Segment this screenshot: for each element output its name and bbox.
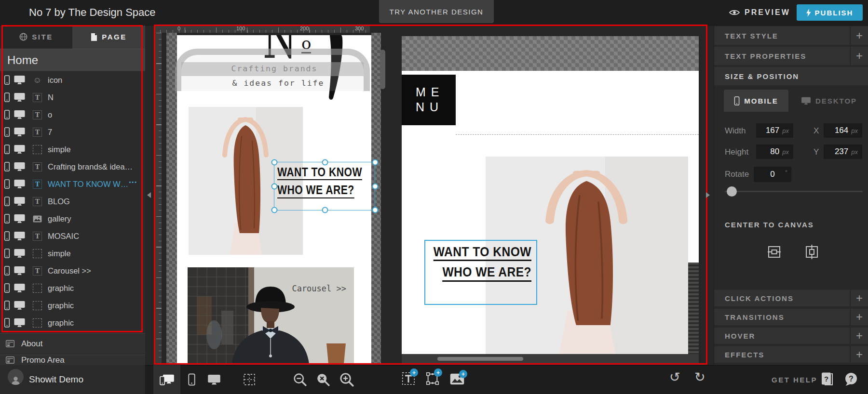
resize-handle-e[interactable] xyxy=(372,184,379,190)
mobile-visibility-icon[interactable] xyxy=(4,318,10,328)
sidebar-section-promo-area[interactable]: Promo Area xyxy=(0,355,145,365)
mobile-visibility-icon[interactable] xyxy=(4,197,10,206)
layer-row[interactable]: T o xyxy=(0,106,145,123)
grid-toggle-icon[interactable] xyxy=(244,374,255,385)
desktop-visibility-icon[interactable] xyxy=(14,301,26,310)
layer-row[interactable]: simple xyxy=(0,245,145,262)
desktop-visibility-icon[interactable] xyxy=(14,179,26,189)
menu-button[interactable]: ME NU xyxy=(402,75,456,125)
expand-icon[interactable]: + xyxy=(850,309,868,325)
rotate-input[interactable]: 0 ° xyxy=(754,167,791,182)
mobile-visibility-icon[interactable] xyxy=(4,266,10,276)
desktop-artboard[interactable]: ME NU WANT TO KNOW WHO WE ARE? xyxy=(402,36,699,354)
mobile-visibility-icon[interactable] xyxy=(4,75,10,85)
center-vertically-icon[interactable] xyxy=(805,245,818,259)
preview-button[interactable]: PREVIEW xyxy=(729,0,790,25)
avatar[interactable] xyxy=(8,369,24,385)
resize-handle-ne[interactable] xyxy=(372,159,379,166)
collapse-left-panel-icon[interactable] xyxy=(147,192,151,198)
mobile-visibility-icon[interactable] xyxy=(4,249,10,258)
panel-click-actions[interactable]: CLICK ACTIONS + xyxy=(714,290,868,306)
panel-size-position[interactable]: SIZE & POSITION xyxy=(714,67,868,85)
mobile-visibility-icon[interactable] xyxy=(4,179,10,189)
layer-row[interactable]: graphic xyxy=(0,314,145,331)
mobile-view-icon[interactable] xyxy=(188,373,195,386)
sidebar-section-about[interactable]: About xyxy=(0,333,145,354)
redo-icon[interactable]: ↻ xyxy=(694,371,705,384)
panel-hover[interactable]: HOVER + xyxy=(714,328,868,344)
layer-row[interactable]: T 7 xyxy=(0,123,145,141)
zoom-in-icon[interactable] xyxy=(339,372,354,387)
desktop-visibility-icon[interactable] xyxy=(14,197,26,206)
mobile-visibility-icon[interactable] xyxy=(4,144,10,154)
desktop-visibility-icon[interactable] xyxy=(14,266,26,276)
rotate-slider-knob[interactable] xyxy=(727,186,737,197)
layer-row[interactable]: gallery xyxy=(0,210,145,227)
vertical-scrollbar-thumb[interactable] xyxy=(380,50,385,89)
rotate-slider-track[interactable] xyxy=(725,191,863,192)
expand-icon[interactable]: + xyxy=(850,47,868,65)
layer-row[interactable]: T Carousel >> xyxy=(0,262,145,279)
add-image-button[interactable]: + xyxy=(450,373,464,385)
layer-row-selected[interactable]: T WANT TO KNOW W… ••• xyxy=(0,175,145,193)
resize-handle-se[interactable] xyxy=(372,207,379,213)
mobile-visibility-icon[interactable] xyxy=(4,162,10,171)
mobile-desktop-view-icon[interactable] xyxy=(160,374,175,385)
y-input[interactable]: 237 px xyxy=(824,144,862,159)
desktop-view-icon[interactable] xyxy=(207,374,221,385)
x-input[interactable]: 164 px xyxy=(824,123,862,138)
mobile-visibility-icon[interactable] xyxy=(4,283,10,293)
desktop-visibility-icon[interactable] xyxy=(14,249,26,258)
carousel-man-photo[interactable] xyxy=(188,267,354,364)
desktop-visibility-icon[interactable] xyxy=(14,162,26,171)
panel-transitions[interactable]: TRANSITIONS + xyxy=(714,309,868,325)
try-another-design-button[interactable]: TRY ANOTHER DESIGN xyxy=(379,0,494,23)
desktop-visibility-icon[interactable] xyxy=(14,110,26,119)
desktop-visibility-icon[interactable] xyxy=(14,283,26,293)
desktop-visibility-icon[interactable] xyxy=(14,127,26,137)
desktop-visibility-icon[interactable] xyxy=(14,214,26,223)
horizontal-scrollbar-thumb[interactable] xyxy=(437,357,523,361)
help-docs-icon[interactable] xyxy=(821,372,833,386)
expand-icon[interactable]: + xyxy=(850,346,868,363)
tab-site[interactable]: SITE xyxy=(0,25,72,49)
help-chat-icon[interactable] xyxy=(844,372,858,386)
cta-text-element[interactable]: WANT TO KNOW WHO WE ARE? xyxy=(424,240,537,305)
resize-handle-n[interactable] xyxy=(322,159,328,166)
desktop-visibility-icon[interactable] xyxy=(14,144,26,154)
center-horizontally-icon[interactable] xyxy=(768,245,781,259)
layer-more-menu[interactable]: ••• xyxy=(129,179,137,185)
expand-icon[interactable]: + xyxy=(850,328,868,344)
layer-row[interactable]: T Crafting brands& idea… xyxy=(0,158,145,175)
publish-button[interactable]: PUBLISH xyxy=(797,4,863,21)
layer-row[interactable]: simple xyxy=(0,141,145,158)
layer-row[interactable]: graphic xyxy=(0,279,145,297)
desktop-visibility-icon[interactable] xyxy=(14,92,26,102)
zoom-reset-icon[interactable] xyxy=(316,373,330,386)
transparent-header-band[interactable] xyxy=(402,36,699,71)
mobile-visibility-icon[interactable] xyxy=(4,301,10,310)
striped-graphic[interactable] xyxy=(688,263,699,354)
height-input[interactable]: 80 px xyxy=(756,144,793,159)
layer-row[interactable]: graphic xyxy=(0,297,145,314)
tab-mobile[interactable]: MOBILE xyxy=(724,90,788,112)
mobile-visibility-icon[interactable] xyxy=(4,231,10,241)
panel-text-properties[interactable]: TEXT PROPERTIES + xyxy=(714,47,868,65)
layer-row[interactable]: T N xyxy=(0,89,145,106)
tab-page[interactable]: PAGE xyxy=(72,25,145,49)
panel-text-style[interactable]: TEXT STYLE + xyxy=(714,26,868,45)
undo-icon[interactable]: ↺ xyxy=(669,371,680,384)
layer-row[interactable]: ☺ icon xyxy=(0,71,145,89)
expand-icon[interactable]: + xyxy=(850,26,868,45)
layer-row[interactable]: T BLOG xyxy=(0,193,145,210)
desktop-visibility-icon[interactable] xyxy=(14,318,26,328)
width-input[interactable]: 167 px xyxy=(756,123,793,138)
add-text-button[interactable]: + xyxy=(402,372,415,385)
layer-row[interactable]: T MOSAIC xyxy=(0,227,145,245)
zoom-out-icon[interactable] xyxy=(293,373,307,386)
expand-icon[interactable]: + xyxy=(850,290,868,306)
selected-text-element[interactable]: WANT TO KNOW WHO WE ARE? xyxy=(274,162,375,210)
add-shape-button[interactable]: + xyxy=(426,372,439,385)
desktop-visibility-icon[interactable] xyxy=(14,231,26,241)
page-name-header[interactable]: Home xyxy=(0,49,145,71)
